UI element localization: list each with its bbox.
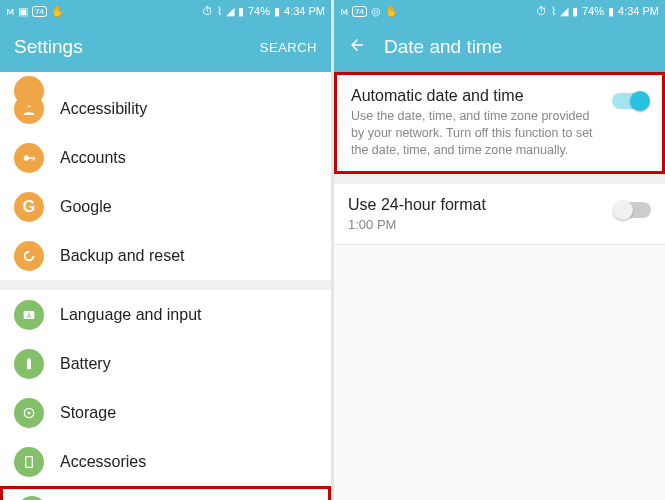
- list-item-partial: [0, 72, 331, 84]
- status-bar: ᴍ 74 ◎ ✋ ⏱ ⌇ ◢ ▮ 74% ▮ 4:34 PM: [334, 0, 665, 22]
- wifi-icon: ◢: [560, 5, 568, 18]
- list-item-google[interactable]: G Google: [0, 182, 331, 231]
- vibrate-icon: ⌇: [217, 5, 222, 18]
- status-bar: ᴍ ▣ 74 ✋ ⏱ ⌇ ◢ ▮ 74% ▮ 4:34 PM: [0, 0, 331, 22]
- setting-description: Use the date, time, and time zone provid…: [351, 108, 602, 159]
- hour-format-row[interactable]: Use 24-hour format 1:00 PM: [334, 184, 665, 244]
- date-time-header: Date and time: [334, 22, 665, 72]
- list-item-accounts[interactable]: Accounts: [0, 133, 331, 182]
- circle-icon: ◎: [371, 5, 381, 18]
- list-item-backup[interactable]: Backup and reset: [0, 231, 331, 280]
- calendar-icon: [17, 496, 47, 501]
- settings-screen: ᴍ ▣ 74 ✋ ⏱ ⌇ ◢ ▮ 74% ▮ 4:34 PM Settings …: [0, 0, 331, 500]
- svg-rect-6: [27, 359, 31, 369]
- empty-area: [334, 245, 665, 500]
- battery-icon: ▮: [608, 5, 614, 18]
- page-title: Settings: [14, 36, 83, 58]
- svg-rect-10: [26, 456, 33, 467]
- auto-date-time-row[interactable]: Automatic date and time Use the date, ti…: [334, 72, 665, 174]
- list-item-language[interactable]: A Language and input: [0, 290, 331, 339]
- svg-rect-3: [33, 157, 34, 160]
- wifi-icon: ◢: [226, 5, 234, 18]
- list-item-label: Google: [60, 198, 112, 216]
- clock-time: 4:34 PM: [284, 5, 325, 17]
- section-gap: [334, 174, 665, 184]
- list-item-label: Accounts: [60, 149, 126, 167]
- badge-icon: 74: [352, 6, 367, 17]
- vibrate-icon: ⌇: [551, 5, 556, 18]
- list-item-date-time[interactable]: Date and time: [0, 486, 331, 500]
- signal-icon: ▮: [238, 5, 244, 18]
- list-item-label: Battery: [60, 355, 111, 373]
- date-time-screen: ᴍ 74 ◎ ✋ ⏱ ⌇ ◢ ▮ 74% ▮ 4:34 PM Date and …: [334, 0, 665, 500]
- setting-title: Use 24-hour format: [348, 196, 605, 214]
- setting-title: Automatic date and time: [351, 87, 602, 105]
- badge-icon: 74: [32, 6, 47, 17]
- refresh-icon: [14, 241, 44, 271]
- alarm-off-icon: ⏱: [202, 5, 213, 17]
- list-item-label: Accessories: [60, 453, 146, 471]
- search-button[interactable]: SEARCH: [260, 40, 317, 55]
- battery-icon: ▮: [274, 5, 280, 18]
- hand-icon: ✋: [51, 5, 65, 18]
- back-button[interactable]: [348, 36, 366, 58]
- key-icon: [14, 143, 44, 173]
- storage-icon: [14, 398, 44, 428]
- battery-icon: [14, 349, 44, 379]
- accessories-icon: [14, 447, 44, 477]
- list-item-accessories[interactable]: Accessories: [0, 437, 331, 486]
- svg-text:A: A: [27, 311, 32, 318]
- g-icon: G: [14, 192, 44, 222]
- list-item-label: Storage: [60, 404, 116, 422]
- signal-icon: ▮: [572, 5, 578, 18]
- setting-subtext: 1:00 PM: [348, 217, 605, 232]
- svg-point-9: [28, 411, 31, 414]
- page-title: Date and time: [384, 36, 502, 58]
- picture-icon: ▣: [18, 5, 28, 18]
- list-item-label: Backup and reset: [60, 247, 185, 265]
- settings-list[interactable]: Accessibility Accounts G Google Backup a…: [0, 72, 331, 500]
- list-item-battery[interactable]: Battery: [0, 339, 331, 388]
- list-item-label: Accessibility: [60, 100, 147, 118]
- list-item-accessibility[interactable]: Accessibility: [0, 84, 331, 133]
- svg-rect-7: [28, 358, 29, 359]
- battery-percent: 74%: [582, 5, 604, 17]
- lang-icon: A: [14, 300, 44, 330]
- list-item-label: Language and input: [60, 306, 201, 324]
- svg-point-1: [24, 155, 29, 160]
- m-icon: ᴍ: [6, 5, 14, 18]
- battery-percent: 74%: [248, 5, 270, 17]
- auto-date-time-toggle[interactable]: [612, 93, 648, 109]
- settings-header: Settings SEARCH: [0, 22, 331, 72]
- clock-time: 4:34 PM: [618, 5, 659, 17]
- m-icon: ᴍ: [340, 5, 348, 18]
- section-divider: [0, 280, 331, 290]
- hand-icon: ✋: [385, 5, 399, 18]
- alarm-off-icon: ⏱: [536, 5, 547, 17]
- hour-format-toggle[interactable]: [615, 202, 651, 218]
- list-item-storage[interactable]: Storage: [0, 388, 331, 437]
